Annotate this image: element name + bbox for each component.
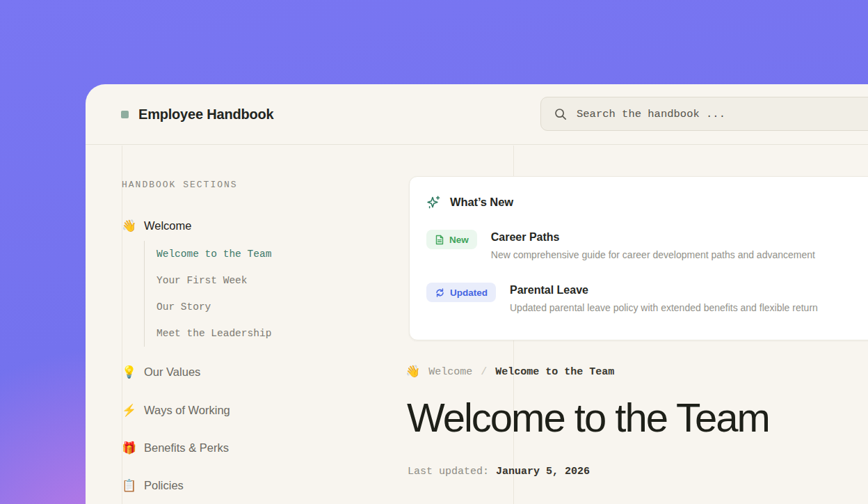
clipboard-emoji-icon: 📋: [122, 480, 136, 491]
news-item-title: Parental Leave: [510, 283, 818, 298]
news-item-title: Career Paths: [491, 230, 815, 245]
sidebar-heading: HANDBOOK SECTIONS: [122, 180, 238, 190]
search-icon: [554, 108, 567, 120]
whats-new-title: What’s New: [450, 196, 513, 209]
subnav-item-welcome-to-the-team[interactable]: Welcome to the Team: [156, 241, 271, 267]
sidebar-item-our-values[interactable]: 💡 Our Values: [122, 362, 344, 381]
search-input[interactable]: [577, 108, 868, 120]
app-window: Employee Handbook HANDBOOK SECTIONS 👋 We…: [86, 84, 868, 504]
whats-new-card: What’s New New Career Paths: [409, 176, 868, 340]
breadcrumb-section[interactable]: Welcome: [428, 366, 472, 378]
news-item-parental-leave[interactable]: Updated Parental Leave Updated parental …: [426, 283, 868, 315]
sidebar-item-policies[interactable]: 📋 Policies: [122, 475, 344, 495]
whats-new-header: What’s New: [426, 194, 868, 210]
news-item-description: New comprehensive guide for career devel…: [491, 248, 815, 262]
sparkles-icon: [426, 195, 441, 210]
sidebar-item-label: Our Values: [144, 365, 200, 379]
app-body: HANDBOOK SECTIONS 👋 Welcome Welcome to t…: [86, 145, 868, 504]
breadcrumb: 👋 Welcome / Welcome to the Team: [405, 366, 614, 378]
last-updated-label: Last updated:: [408, 466, 489, 478]
document-icon: [435, 235, 444, 245]
wave-emoji-icon: 👋: [405, 366, 420, 378]
breadcrumb-separator: /: [481, 366, 487, 378]
app-title: Employee Handbook: [138, 107, 273, 123]
subnav-item-meet-the-leadership[interactable]: Meet the Leadership: [156, 320, 271, 347]
subnav-item-your-first-week[interactable]: Your First Week: [156, 267, 271, 294]
news-badge-new: New: [426, 230, 477, 249]
sidebar-item-welcome[interactable]: 👋 Welcome: [122, 216, 344, 235]
sidebar-item-label: Policies: [144, 479, 184, 492]
news-badge-label: Updated: [450, 288, 488, 298]
news-badge-updated: Updated: [426, 283, 496, 302]
stage: Employee Handbook HANDBOOK SECTIONS 👋 We…: [0, 0, 868, 504]
refresh-icon: [435, 288, 445, 298]
last-updated-value: January 5, 2026: [496, 466, 590, 478]
news-item-text: Career Paths New comprehensive guide for…: [491, 230, 815, 262]
news-badge-label: New: [449, 235, 469, 245]
bulb-emoji-icon: 💡: [122, 366, 136, 378]
sidebar-item-ways-of-working[interactable]: ⚡ Ways of Working: [122, 400, 344, 420]
gift-emoji-icon: 🎁: [122, 442, 136, 454]
breadcrumb-page: Welcome to the Team: [495, 366, 614, 378]
last-updated: Last updated: January 5, 2026: [408, 466, 590, 478]
sidebar-item-label: Welcome: [144, 219, 191, 233]
sidebar-item-label: Benefits & Perks: [144, 441, 229, 455]
news-item-text: Parental Leave Updated parental leave po…: [510, 283, 818, 315]
brand: Employee Handbook: [121, 84, 273, 145]
news-item-career-paths[interactable]: New Career Paths New comprehensive guide…: [426, 230, 868, 262]
subnav-item-our-story[interactable]: Our Story: [156, 294, 271, 320]
sidebar-welcome-subnav: Welcome to the Team Your First Week Our …: [144, 241, 271, 347]
lightning-emoji-icon: ⚡: [122, 404, 136, 416]
wave-emoji-icon: 👋: [122, 220, 136, 232]
sidebar-item-benefits-perks[interactable]: 🎁 Benefits & Perks: [122, 438, 344, 457]
sidebar-item-label: Ways of Working: [144, 404, 230, 417]
app-logo-icon: [121, 111, 129, 118]
page-title: Welcome to the Team: [407, 396, 769, 439]
news-item-description: Updated parental leave policy with exten…: [510, 301, 818, 315]
app-header: Employee Handbook: [86, 84, 868, 145]
search-box[interactable]: [540, 97, 868, 131]
